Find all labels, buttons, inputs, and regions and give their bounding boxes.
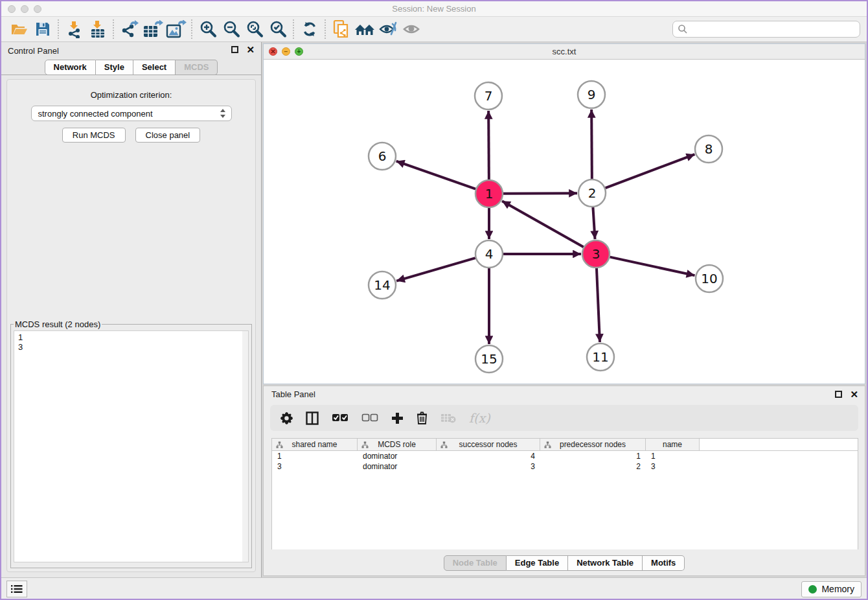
zoom-out-button[interactable] — [220, 19, 243, 40]
table-cell[interactable]: dominator — [358, 462, 437, 471]
result-scrollbar[interactable] — [242, 331, 248, 562]
graph-edge-2-8[interactable] — [606, 154, 695, 188]
unselect-all-button[interactable] — [361, 413, 378, 422]
home-networks-button[interactable] — [353, 19, 376, 40]
memory-button[interactable]: Memory — [801, 581, 862, 597]
graph-node-label-3: 3 — [592, 246, 600, 262]
network-graph[interactable]: 7968124314101511 — [264, 60, 865, 383]
graph-edge-1-6[interactable] — [396, 161, 476, 189]
table-cell[interactable]: 1 — [272, 452, 358, 461]
tab-motifs[interactable]: Motifs — [643, 555, 685, 571]
refresh-layout-button[interactable] — [298, 19, 321, 40]
checked-boxes-icon — [332, 413, 348, 422]
save-session-button[interactable] — [31, 19, 54, 40]
table-cell[interactable]: 4 — [437, 452, 540, 461]
close-window-button[interactable] — [8, 5, 16, 13]
import-table-button[interactable] — [86, 19, 109, 40]
table-row[interactable]: 3dominator323 — [272, 461, 858, 472]
network-minimize-button[interactable]: − — [282, 47, 290, 56]
tab-select[interactable]: Select — [133, 60, 176, 75]
tab-network[interactable]: Network — [45, 60, 96, 75]
main-area: Control Panel ✕ Network Style Select MCD… — [1, 42, 867, 577]
table-body[interactable]: 1dominator4113dominator323 — [272, 451, 858, 472]
select-all-button[interactable] — [332, 413, 348, 422]
application-window: Session: New Session — [0, 0, 868, 600]
close-panel-icon[interactable]: ✕ — [246, 46, 255, 53]
table-cell[interactable]: 3 — [646, 462, 700, 471]
tab-edge-table[interactable]: Edge Table — [507, 555, 568, 571]
zoom-in-button[interactable] — [196, 19, 220, 40]
tab-mcds[interactable]: MCDS — [176, 60, 218, 75]
column-header-successor-nodes[interactable]: successor nodes — [437, 439, 540, 450]
eye-icon — [402, 21, 421, 38]
graph-edge-3-1[interactable] — [502, 201, 584, 247]
import-network-button[interactable] — [63, 19, 86, 40]
dropdown-stepper-icon — [220, 108, 226, 119]
graph-node-label-4: 4 — [485, 246, 494, 262]
column-header-predecessor-nodes[interactable]: predecessor nodes — [540, 439, 646, 450]
column-header-shared-name[interactable]: shared name — [272, 439, 358, 450]
function-builder-button[interactable]: f(x) — [469, 411, 490, 425]
hide-selected-button[interactable] — [376, 19, 400, 40]
memory-label: Memory — [821, 584, 854, 594]
graph-edge-1-2[interactable] — [503, 193, 577, 194]
table-panel-header: Table Panel ✕ — [264, 386, 865, 403]
network-canvas[interactable]: 7968124314101511 — [264, 60, 865, 383]
export-image-button[interactable] — [165, 19, 188, 40]
zoom-selected-button[interactable] — [266, 19, 290, 40]
table-cell[interactable]: 3 — [437, 462, 540, 471]
import-network-icon — [65, 20, 84, 38]
zoom-out-icon — [222, 20, 240, 38]
table-cell[interactable]: 1 — [646, 452, 700, 461]
table-row[interactable]: 1dominator411 — [272, 451, 858, 461]
search-input[interactable] — [688, 25, 855, 34]
node-table[interactable]: shared nameMCDS rolesuccessor nodesprede… — [271, 438, 858, 549]
table-settings-button[interactable] — [280, 412, 293, 424]
float-table-panel-icon[interactable] — [835, 391, 842, 398]
delete-table-button[interactable] — [440, 413, 456, 423]
close-panel-button[interactable]: Close panel — [135, 128, 201, 143]
search-icon — [678, 24, 688, 34]
export-table-button[interactable] — [141, 19, 165, 40]
open-session-button[interactable] — [8, 19, 31, 40]
tab-node-table[interactable]: Node Table — [444, 555, 507, 571]
minimize-window-button[interactable] — [21, 5, 29, 13]
network-close-button[interactable]: ✕ — [269, 47, 277, 56]
show-columns-button[interactable] — [306, 411, 319, 425]
mcds-result-list[interactable]: 1 3 — [14, 330, 249, 562]
show-hidden-button[interactable] — [400, 19, 423, 40]
close-table-panel-icon[interactable]: ✕ — [850, 391, 858, 398]
column-header-name[interactable]: name — [646, 439, 700, 450]
graph-edge-3-10[interactable] — [610, 257, 694, 275]
add-column-button[interactable] — [391, 412, 404, 424]
zoom-selected-icon — [269, 20, 287, 38]
trash-icon — [417, 411, 428, 424]
graph-edge-2-3[interactable] — [593, 207, 595, 239]
graph-edge-2-9[interactable] — [591, 110, 592, 179]
maximize-window-button[interactable] — [34, 5, 41, 13]
tab-style[interactable]: Style — [96, 60, 133, 75]
table-cell[interactable]: dominator — [358, 452, 437, 461]
clone-network-button[interactable] — [330, 19, 353, 40]
table-cell[interactable]: 1 — [540, 452, 646, 461]
table-cell[interactable]: 3 — [272, 462, 358, 471]
column-header-MCDS-role[interactable]: MCDS role — [358, 439, 437, 450]
run-mcds-button[interactable]: Run MCDS — [62, 128, 126, 143]
graph-edge-1-7[interactable] — [488, 111, 489, 179]
graph-edge-3-11[interactable] — [597, 268, 600, 342]
table-cell[interactable]: 2 — [540, 462, 646, 471]
tree-icon — [276, 441, 283, 448]
zoom-fit-button[interactable] — [243, 19, 266, 40]
network-view-window: ✕ − + scc.txt 79681243141015 — [263, 43, 865, 384]
network-maximize-button[interactable]: + — [295, 47, 303, 56]
criterion-dropdown[interactable]: strongly connected component — [31, 106, 232, 121]
tab-network-table[interactable]: Network Table — [568, 555, 643, 571]
delete-column-button[interactable] — [417, 411, 428, 424]
graph-edges[interactable] — [396, 110, 695, 344]
float-panel-icon[interactable] — [231, 46, 238, 53]
export-network-button[interactable] — [118, 19, 141, 40]
task-history-button[interactable] — [6, 581, 27, 597]
graph-edge-4-14[interactable] — [396, 258, 475, 281]
mcds-result-title: MCDS result (2 nodes) — [14, 319, 102, 329]
clone-network-icon — [332, 19, 350, 39]
